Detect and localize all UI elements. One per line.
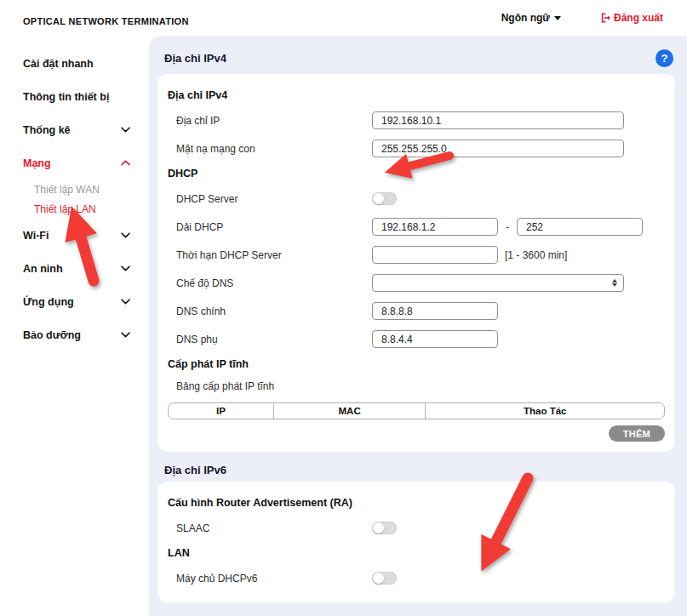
dhcpv6-toggle[interactable]: [372, 572, 397, 585]
lan-section-title: LAN: [168, 542, 665, 564]
slaac-toggle[interactable]: [372, 522, 397, 534]
dhcp-section-title: DHCP: [168, 163, 665, 185]
range-separator: -: [506, 221, 509, 233]
select-updown-icon: [612, 279, 617, 287]
help-icon[interactable]: ?: [656, 49, 673, 67]
dhcp-server-row: DHCP Server: [168, 185, 665, 213]
caret-down-icon: [554, 16, 561, 20]
dhcpv6-row: Máy chủ DHCPv6: [168, 564, 665, 592]
sidebar-item-applications[interactable]: Ứng dụng: [0, 285, 149, 318]
sidebar-item-wifi[interactable]: Wi-Fi: [0, 219, 149, 252]
sidebar-subitem-label: Thiết lập LAN: [34, 203, 96, 215]
language-label: Ngôn ngữ: [501, 12, 550, 24]
ip-address-label: Địa chỉ IP: [168, 115, 372, 127]
static-ip-table-header: IP MAC Thao Tác: [168, 402, 665, 419]
ipv6-page-title: Địa chỉ IPv6: [164, 464, 673, 476]
sidebar-item-quick-setup[interactable]: Cài đặt nhanh: [0, 47, 149, 80]
logout-button[interactable]: Đăng xuất: [600, 12, 663, 24]
language-menu[interactable]: Ngôn ngữ: [501, 12, 561, 24]
logout-label: Đăng xuất: [614, 12, 663, 24]
dhcp-server-toggle[interactable]: [372, 192, 397, 205]
sidebar-item-label: Bảo dưỡng: [23, 329, 81, 341]
column-header-mac: MAC: [273, 403, 426, 419]
dhcp-range-start-input[interactable]: [372, 218, 498, 236]
dns-primary-label: DNS chính: [168, 305, 372, 317]
toggle-knob: [373, 573, 384, 584]
static-ip-table: Bảng cấp phát IP tĩnh IP MAC Thao Tác TH…: [168, 375, 665, 442]
chevron-up-icon: [121, 160, 130, 166]
top-bar: OPTICAL NETWORK TERMINATION Ngôn ngữ Đăn…: [0, 0, 687, 36]
static-ip-section-title: Cấp phát IP tĩnh: [168, 353, 665, 375]
slaac-row: SLAAC: [168, 514, 665, 542]
dhcp-lease-input[interactable]: [372, 246, 498, 264]
sidebar-subitem-wan-setup[interactable]: Thiết lập WAN: [0, 180, 149, 199]
sidebar-item-maintenance[interactable]: Bảo dưỡng: [0, 318, 149, 351]
slaac-label: SLAAC: [168, 522, 372, 534]
sidebar-subitem-lan-setup[interactable]: Thiết lập LAN: [0, 199, 149, 219]
column-header-actions: Thao Tác: [425, 403, 664, 419]
chevron-down-icon: [121, 127, 130, 133]
subnet-mask-row: Mặt nạ mạng con: [168, 134, 665, 163]
ipv4-page-title: Địa chỉ IPv4: [164, 52, 226, 65]
dhcp-lease-row: Thời hạn DHCP Server [1 - 3600 min]: [168, 241, 665, 269]
subnet-mask-label: Mặt nạ mạng con: [168, 143, 372, 155]
dns-mode-row: Chế độ DNS: [168, 269, 665, 297]
toggle-knob: [373, 522, 384, 533]
chevron-down-icon: [121, 232, 130, 238]
dns-mode-select[interactable]: [372, 274, 624, 292]
dhcpv6-label: Máy chủ DHCPv6: [168, 573, 372, 585]
dns-secondary-label: DNS phụ: [168, 334, 372, 345]
brand-title: OPTICAL NETWORK TERMINATION: [23, 9, 189, 26]
sidebar-item-statistics[interactable]: Thống kê: [0, 113, 149, 146]
add-static-ip-button[interactable]: THÊM: [609, 425, 665, 442]
subnet-mask-input[interactable]: [372, 140, 624, 157]
sidebar-item-network[interactable]: Mạng: [0, 146, 149, 180]
ra-section-title: Cấu hình Router Advertisement (RA): [168, 492, 665, 514]
dhcp-range-label: Dải DHCP: [168, 221, 372, 233]
dhcp-range-end-input[interactable]: [517, 218, 643, 236]
dns-secondary-input[interactable]: [372, 330, 498, 348]
logout-icon: [600, 13, 611, 23]
chevron-down-icon: [121, 332, 130, 338]
dhcp-server-label: DHCP Server: [168, 193, 372, 205]
ip-address-input[interactable]: [372, 111, 624, 129]
column-header-ip: IP: [169, 403, 273, 419]
sidebar-item-label: Thống kê: [23, 124, 71, 136]
sidebar-item-security[interactable]: An ninh: [0, 252, 149, 285]
dns-primary-row: DNS chính: [168, 297, 665, 325]
sidebar-subitem-label: Thiết lập WAN: [34, 184, 100, 196]
sidebar-item-device-info[interactable]: Thông tin thiết bị: [0, 80, 149, 113]
sidebar-item-label: Ứng dụng: [23, 296, 74, 308]
sidebar-item-label: Wi-Fi: [23, 230, 49, 242]
dhcp-range-row: Dải DHCP -: [168, 213, 665, 241]
chevron-down-icon: [121, 265, 130, 271]
static-ip-table-label: Bảng cấp phát IP tĩnh: [168, 375, 665, 402]
sidebar-item-label: Thông tin thiết bị: [23, 91, 109, 103]
ipv4-card: Địa chỉ IPv4 Địa chỉ IP Mặt nạ mạng con …: [157, 74, 675, 452]
sidebar-item-label: Cài đặt nhanh: [23, 58, 94, 70]
content-area: Địa chỉ IPv4 ? Địa chỉ IPv4 Địa chỉ IP M…: [149, 36, 687, 616]
sidebar-item-label: An ninh: [23, 263, 63, 275]
dns-primary-input[interactable]: [372, 302, 498, 320]
dhcp-lease-hint: [1 - 3600 min]: [505, 249, 567, 261]
ip-address-row: Địa chỉ IP: [168, 106, 665, 134]
dns-mode-label: Chế độ DNS: [168, 277, 372, 289]
dns-secondary-row: DNS phụ: [168, 325, 665, 353]
sidebar: Cài đặt nhanh Thông tin thiết bị Thống k…: [0, 36, 149, 616]
sidebar-item-label: Mạng: [23, 157, 51, 169]
dhcp-lease-label: Thời hạn DHCP Server: [168, 249, 372, 261]
chevron-down-icon: [121, 299, 130, 305]
ipv4-address-section-title: Địa chỉ IPv4: [168, 84, 665, 106]
ipv6-card: Cấu hình Router Advertisement (RA) SLAAC…: [157, 482, 675, 602]
toggle-knob: [373, 193, 384, 204]
